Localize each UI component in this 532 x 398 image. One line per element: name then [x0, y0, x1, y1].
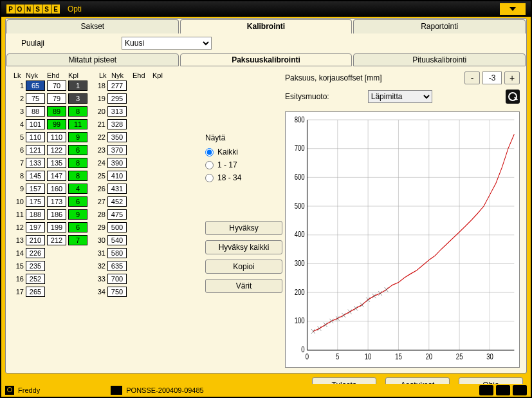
btn-hyvaksy-kaikki[interactable]: Hyväksy kaikki — [205, 240, 282, 254]
cell-nyk[interactable]: 226 — [26, 248, 45, 258]
subtab-pituus[interactable]: Pituuskalibrointi — [353, 53, 526, 66]
cell-ehd[interactable]: 173 — [47, 196, 66, 207]
cell-nyk[interactable]: 157 — [26, 184, 45, 194]
cell-nyk[interactable]: 540 — [107, 235, 127, 245]
table-row: 25410 — [95, 170, 127, 181]
subtab-paksuus[interactable]: Paksuuskalibrointi — [180, 53, 353, 66]
cell-nyk[interactable]: 88 — [26, 106, 45, 117]
subtab-mitatut[interactable]: Mitatut pisteet — [6, 53, 179, 66]
svg-text:100: 100 — [295, 316, 305, 325]
cell-ehd[interactable]: 186 — [47, 209, 66, 220]
cell-ehd[interactable]: 199 — [47, 222, 66, 232]
cell-nyk[interactable]: 635 — [107, 261, 127, 271]
radio-18-34[interactable]: 18 - 34 — [205, 173, 282, 182]
cell-nyk[interactable]: 313 — [107, 106, 127, 117]
cell-nyk[interactable]: 580 — [107, 248, 127, 258]
cell-nyk[interactable]: 110 — [26, 132, 45, 142]
present-select[interactable]: Läpimitta — [368, 90, 432, 103]
cell-kpl[interactable]: 9 — [68, 209, 87, 220]
cell-nyk[interactable]: 390 — [107, 158, 127, 168]
svg-text:300: 300 — [295, 259, 305, 267]
btn-kopioi[interactable]: Kopioi — [205, 260, 282, 274]
tab-sakset[interactable]: Sakset — [6, 19, 179, 33]
table-row: 71331358 — [14, 157, 87, 168]
cell-kpl[interactable]: 8 — [68, 171, 87, 181]
cell-kpl[interactable]: 7 — [68, 235, 87, 245]
cell-nyk[interactable]: 175 — [26, 196, 45, 207]
cell-kpl[interactable]: 6 — [68, 196, 87, 207]
cell-nyk[interactable]: 350 — [107, 132, 127, 142]
cell-nyk[interactable]: 188 — [26, 209, 45, 220]
status-user: Freddy — [18, 386, 40, 394]
species-select[interactable]: Kuusi — [122, 37, 212, 50]
offset-plus[interactable]: + — [504, 71, 520, 84]
minimize-icon[interactable] — [496, 385, 510, 395]
table-row: 26431 — [95, 183, 127, 194]
cell-nyk[interactable]: 700 — [107, 274, 127, 284]
cell-nyk[interactable]: 197 — [26, 222, 45, 232]
titlebar-dropdown[interactable] — [500, 3, 526, 15]
tree-icon — [111, 386, 122, 395]
cell-nyk[interactable]: 328 — [107, 119, 127, 129]
cell-kpl[interactable]: 8 — [68, 158, 87, 168]
table-row: 34750 — [95, 286, 127, 297]
cell-kpl[interactable]: 11 — [68, 119, 87, 129]
cell-ehd[interactable]: 147 — [47, 171, 66, 181]
cell-ehd[interactable]: 212 — [47, 235, 66, 245]
cell-nyk[interactable]: 370 — [107, 145, 127, 155]
cell-nyk[interactable]: 101 — [26, 119, 45, 129]
svg-text:700: 700 — [295, 144, 305, 152]
cell-nyk[interactable]: 452 — [107, 196, 127, 207]
cell-nyk[interactable]: 145 — [26, 171, 45, 181]
radio-all[interactable]: Kaikki — [205, 147, 282, 156]
cell-ehd[interactable]: 135 — [47, 158, 66, 168]
cell-nyk[interactable]: 235 — [26, 261, 45, 271]
table-row: 275793 — [14, 93, 87, 104]
cell-ehd[interactable]: 99 — [47, 119, 66, 129]
cell-ehd[interactable]: 89 — [47, 106, 66, 117]
cell-nyk[interactable]: 277 — [107, 81, 127, 91]
cell-nyk[interactable]: 475 — [107, 209, 127, 220]
cell-nyk[interactable]: 252 — [26, 274, 45, 284]
cell-kpl[interactable]: 3 — [68, 93, 87, 104]
svg-text:800: 800 — [295, 115, 305, 124]
table-row: 61211226 — [14, 144, 87, 155]
table-row: 165701 — [14, 80, 87, 91]
cell-ehd[interactable]: 79 — [47, 93, 66, 104]
cell-nyk[interactable]: 431 — [107, 184, 127, 194]
cell-nyk[interactable]: 210 — [26, 235, 45, 245]
hdr-kpl2: Kpl — [152, 71, 170, 79]
cell-ehd[interactable]: 110 — [47, 132, 66, 142]
cell-nyk[interactable]: 121 — [26, 145, 45, 155]
radio-1-17[interactable]: 1 - 17 — [205, 160, 282, 169]
cell-nyk[interactable]: 75 — [26, 93, 45, 104]
svg-text:15: 15 — [395, 352, 402, 361]
cell-kpl[interactable]: 9 — [68, 132, 87, 142]
tab-kalibrointi[interactable]: Kalibrointi — [180, 19, 353, 33]
cell-ehd[interactable]: 70 — [47, 81, 66, 91]
cell-kpl[interactable]: 4 — [68, 184, 87, 194]
cell-nyk[interactable]: 295 — [107, 93, 127, 104]
cell-kpl[interactable]: 8 — [68, 106, 87, 117]
cell-nyk[interactable]: 500 — [107, 222, 127, 232]
cell-ehd[interactable]: 160 — [47, 184, 66, 194]
dashboard-icon[interactable] — [479, 385, 493, 395]
btn-hyvaksy[interactable]: Hyväksy — [205, 221, 282, 235]
cell-kpl[interactable]: 6 — [68, 145, 87, 155]
expand-icon[interactable] — [513, 385, 527, 395]
tab-raportointi[interactable]: Raportointi — [353, 19, 526, 33]
cell-kpl[interactable]: 1 — [68, 81, 87, 91]
offset-minus[interactable]: - — [464, 71, 480, 84]
cell-nyk[interactable]: 750 — [107, 287, 127, 297]
table-row: 22350 — [95, 131, 127, 142]
svg-text:500: 500 — [295, 202, 305, 210]
btn-varit[interactable]: Värit — [205, 279, 282, 293]
magnify-icon[interactable] — [506, 90, 520, 104]
cell-kpl[interactable]: 6 — [68, 222, 87, 232]
cell-nyk[interactable]: 265 — [26, 287, 45, 297]
cell-nyk[interactable]: 133 — [26, 158, 45, 168]
cell-ehd[interactable]: 122 — [47, 145, 66, 155]
cell-nyk[interactable]: 65 — [26, 81, 45, 91]
offset-value[interactable]: -3 — [482, 71, 502, 84]
cell-nyk[interactable]: 410 — [107, 171, 127, 181]
